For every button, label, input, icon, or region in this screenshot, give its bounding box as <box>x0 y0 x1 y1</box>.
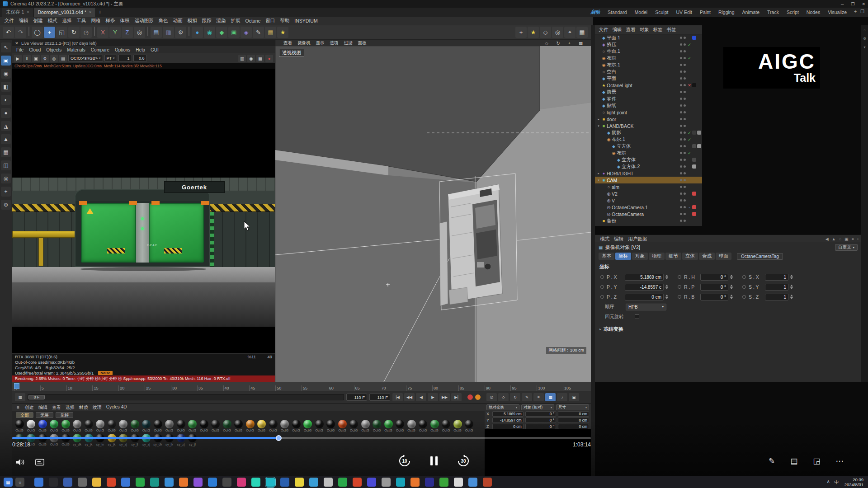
tag-thumb[interactable] <box>697 56 701 60</box>
workspace-extra-button[interactable]: + <box>854 9 857 14</box>
object-tree-row[interactable]: ◉ 布尔.1 <box>595 61 702 68</box>
viewport-menu-item[interactable]: 摄像机 <box>295 40 313 46</box>
toolbar-icon[interactable]: ◈ <box>241 27 252 38</box>
attribute-header-icon[interactable]: ≡ <box>852 237 854 241</box>
lv-toolbar-icon[interactable]: ▤ <box>59 55 67 62</box>
material-swatch[interactable]: OctG <box>222 420 231 433</box>
visibility-dots[interactable] <box>680 111 687 113</box>
taskbar-app-icon[interactable] <box>295 478 304 487</box>
enable-mark-icon[interactable]: ▫ <box>687 205 692 210</box>
material-swatch[interactable]: OctG <box>280 420 289 433</box>
enable-mark-icon[interactable]: ✕ <box>687 83 692 88</box>
toolbar-icon[interactable]: ▥ <box>163 27 174 38</box>
taskbar-app-icon[interactable] <box>78 478 87 487</box>
stepper-icon[interactable] <box>790 274 794 281</box>
visibility-dots[interactable] <box>680 37 687 39</box>
material-swatch[interactable]: sy_dk <box>73 434 82 447</box>
keyframe-dot-icon[interactable] <box>742 295 746 299</box>
toolbar-icon[interactable]: ◯ <box>32 27 43 38</box>
material-swatch[interactable]: sy_jk <box>107 434 116 447</box>
material-swatch[interactable]: OctG <box>15 420 24 433</box>
menu-item[interactable]: 编辑 <box>16 18 31 24</box>
object-tree-row[interactable]: ○ 空白.1 <box>595 48 702 55</box>
workspace-tab[interactable]: Sculpt <box>652 9 671 15</box>
toolbar-icon[interactable]: ◷ <box>80 27 92 38</box>
keyframe-toggle-icon[interactable]: ◎ <box>486 393 497 401</box>
tag-thumb[interactable] <box>697 171 701 175</box>
live-viewer-menu-item[interactable]: Compare <box>89 47 112 52</box>
tag-thumb[interactable] <box>692 110 696 114</box>
attribute-tab[interactable]: 球面 <box>716 253 731 260</box>
material-swatch[interactable]: OctG <box>119 420 128 433</box>
menu-item[interactable]: Octane <box>243 18 263 23</box>
live-viewer-menu-item[interactable]: Help <box>133 47 147 52</box>
menu-item[interactable]: 帮助 <box>278 18 292 24</box>
material-swatch[interactable]: OctG <box>211 420 220 433</box>
rotation-value-field[interactable]: 0 ° <box>525 418 557 423</box>
transport-button[interactable]: ◀ <box>416 393 426 401</box>
material-swatch[interactable]: OctG <box>27 420 36 433</box>
tag-thumb[interactable] <box>697 164 701 169</box>
taskbar-app-icon[interactable] <box>92 478 101 487</box>
pause-button[interactable] <box>430 456 438 465</box>
taskbar-app-icon[interactable] <box>208 478 217 487</box>
material-swatch[interactable]: OctG <box>338 420 347 433</box>
seekbar-handle[interactable] <box>276 435 282 441</box>
material-swatch[interactable]: OctG <box>407 420 416 433</box>
workspace-tab[interactable]: Script <box>783 9 802 15</box>
viewport-corner-icon[interactable]: ▦ <box>576 41 585 46</box>
taskbar-app-icon[interactable] <box>396 478 405 487</box>
visibility-dots[interactable] <box>680 186 687 188</box>
tag-thumb[interactable] <box>692 151 696 155</box>
transport-button[interactable]: ◀◀ <box>404 393 415 401</box>
current-frame-marker[interactable] <box>14 383 19 389</box>
tag-thumb[interactable] <box>692 63 696 67</box>
region-field[interactable]: 1 <box>118 55 132 62</box>
mode-tool-icon[interactable]: ▲ <box>1 134 11 144</box>
visibility-dots[interactable] <box>680 57 687 59</box>
tag-thumb[interactable] <box>697 158 701 162</box>
object-manager-menu-item[interactable]: 对象 <box>637 27 651 33</box>
range-end-field[interactable]: 110 F <box>369 394 390 401</box>
toolbar-icon[interactable] <box>94 27 95 36</box>
live-viewer-menu-item[interactable]: Objects <box>44 47 64 52</box>
taskbar-icon[interactable]: ▦ <box>4 478 13 487</box>
keyframe-dot-icon[interactable] <box>600 285 604 289</box>
attribute-menu-item[interactable]: 编辑 <box>612 236 626 242</box>
attribute-menu-item[interactable]: 用户数据 <box>626 236 649 242</box>
transport-button[interactable]: ▶▶ <box>439 393 450 401</box>
object-tree-row[interactable]: ★ OctaneLight ✕ <box>595 82 702 89</box>
stepper-icon[interactable] <box>730 284 734 291</box>
stepper-icon[interactable] <box>730 294 734 300</box>
tag-thumb[interactable] <box>697 49 701 53</box>
mode-tool-icon[interactable]: ↖ <box>1 42 11 52</box>
coordinate-header-dropdown[interactable]: 尺寸▾ <box>556 404 589 410</box>
taskbar-app-icon[interactable] <box>49 478 58 487</box>
video-control-icon[interactable]: ◲ <box>813 456 820 466</box>
visibility-dots[interactable] <box>680 64 687 66</box>
material-swatch[interactable]: OctG <box>326 420 335 433</box>
viewport-corner-icon[interactable]: + <box>565 41 573 46</box>
octane-camera-tag-tab[interactable]: OctaneCameraTag <box>737 253 783 260</box>
toolbar-icon[interactable]: ◓ <box>564 27 576 38</box>
visibility-dots[interactable] <box>680 220 687 222</box>
lv-toolbar-icon[interactable]: ▥ <box>238 55 246 62</box>
menu-item[interactable]: 跟踪 <box>199 18 214 24</box>
attribute-header-icon[interactable]: ◀ <box>826 237 829 241</box>
material-swatch[interactable]: sy_jl <box>188 434 197 447</box>
workspace-tab[interactable]: Paint <box>697 9 714 15</box>
material-layer-button[interactable]: 无层 <box>36 412 53 418</box>
viewport-menu-item[interactable]: 过滤 <box>341 40 355 46</box>
toolbar-icon[interactable]: Y <box>109 27 121 38</box>
video-control-icon[interactable]: ⋯ <box>835 456 843 466</box>
enable-mark-icon[interactable]: ✓ <box>687 151 692 155</box>
material-swatch[interactable]: OctG <box>61 420 70 433</box>
taskbar-app-icon[interactable] <box>468 478 477 487</box>
menu-item[interactable]: 运动图形 <box>132 18 156 24</box>
rewind-10-button[interactable]: 10 <box>398 454 411 468</box>
object-tree-row[interactable]: ◆ 平面 <box>595 75 702 82</box>
object-manager-menu-item[interactable]: 标签 <box>651 27 665 33</box>
tag-thumb[interactable] <box>692 97 696 101</box>
toolbar-icon[interactable]: ✎ <box>253 27 264 38</box>
toolbar-icon[interactable] <box>147 27 148 36</box>
